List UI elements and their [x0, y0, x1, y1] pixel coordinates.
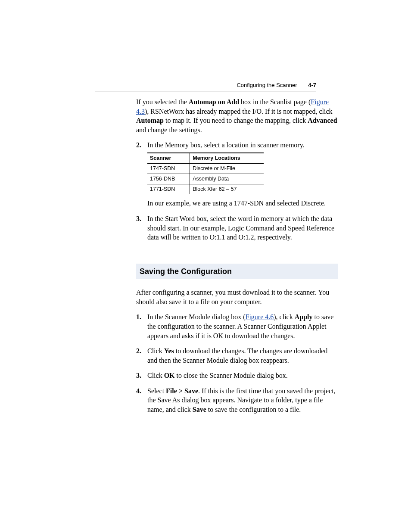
save-step-1: 1. In the Scanner Module dialog box (Fig…	[136, 312, 338, 340]
header-page-number: 4-7	[308, 82, 316, 88]
text: to map it. If you need to change the map…	[164, 117, 308, 124]
page: Configuring the Scanner 4-7 If you selec…	[0, 0, 411, 532]
table-row: 1771-SDN Block Xfer 62 – 57	[147, 184, 264, 194]
save-step-3: 3. Click OK to close the Scanner Module …	[136, 371, 338, 380]
text: ), RSNetWorx has already mapped the I/O.…	[145, 108, 332, 115]
text: Click	[147, 347, 164, 355]
step-3-text: In the Start Word box, select the word i…	[147, 214, 338, 242]
text: If you selected the	[136, 98, 189, 106]
save-step-3-text: Click OK to close the Scanner Module dia…	[147, 371, 338, 380]
automap-label: Automap	[136, 117, 164, 124]
cell-memory-location: Discrete or M-File	[190, 163, 264, 174]
section-body: After configuring a scanner, you must do…	[136, 288, 338, 414]
automap-on-add-label: Automap on Add	[189, 98, 239, 106]
text: In the Memory box, select a location in …	[147, 141, 305, 149]
text: In the Scanner Module dialog box (	[147, 313, 246, 320]
memory-locations-table-wrap: Scanner Memory Locations 1747-SDN Discre…	[147, 152, 264, 195]
memory-locations-table: Scanner Memory Locations 1747-SDN Discre…	[147, 152, 264, 195]
file-save-label: File > Save	[166, 387, 198, 395]
text: ), click	[274, 313, 294, 320]
list-number: 3.	[136, 371, 147, 380]
list-number: 2.	[136, 140, 147, 208]
step-2-body: In the Memory box, select a location in …	[147, 140, 338, 208]
save-step-1-text: In the Scanner Module dialog box (Figure…	[147, 312, 338, 340]
text: and change the settings.	[136, 126, 202, 134]
list-number: 4.	[136, 386, 147, 414]
step-2: 2. In the Memory box, select a location …	[136, 140, 338, 208]
table-row: 1756-DNB Assembly Data	[147, 174, 264, 184]
save-label: Save	[193, 406, 206, 413]
cell-memory-location: Block Xfer 62 – 57	[190, 184, 264, 194]
list-number: 2.	[136, 346, 147, 365]
text: Select	[147, 387, 166, 395]
section-heading-saving-configuration: Saving the Configuration	[136, 264, 338, 279]
cell-scanner: 1747-SDN	[147, 163, 190, 174]
list-number: 1.	[136, 312, 147, 340]
save-step-4: 4. Select File > Save. If this is the fi…	[136, 386, 338, 414]
advanced-label: Advanced	[308, 117, 337, 124]
table-header-memory-locations: Memory Locations	[190, 153, 264, 163]
cell-scanner: 1756-DNB	[147, 174, 190, 184]
body-content: If you selected the Automap on Add box i…	[136, 97, 338, 414]
ok-label: OK	[164, 372, 175, 379]
intro-paragraph: If you selected the Automap on Add box i…	[136, 97, 338, 134]
figure-4-6-link[interactable]: Figure 4.6	[246, 313, 274, 320]
text: to download the changes. The changes are…	[147, 347, 327, 364]
list-number: 3.	[136, 214, 147, 242]
table-header-scanner: Scanner	[147, 153, 190, 163]
text: Click	[147, 372, 164, 379]
save-step-2: 2. Click Yes to download the changes. Th…	[136, 346, 338, 365]
section-lead: After configuring a scanner, you must do…	[136, 288, 338, 306]
apply-label: Apply	[295, 313, 313, 320]
save-step-4-text: Select File > Save. If this is the first…	[147, 386, 338, 414]
step-3: 3. In the Start Word box, select the wor…	[136, 214, 338, 242]
cell-scanner: 1771-SDN	[147, 184, 190, 194]
text: box in the Scanlist page (	[239, 98, 311, 106]
table-row: 1747-SDN Discrete or M-File	[147, 163, 264, 174]
header-title: Configuring the Scanner	[237, 82, 297, 88]
cell-memory-location: Assembly Data	[190, 174, 264, 184]
table-note: In our example, we are using a 1747-SDN …	[147, 199, 338, 208]
text: to save the configuration to a file.	[206, 406, 301, 413]
save-step-2-text: Click Yes to download the changes. The c…	[147, 346, 338, 365]
page-header: Configuring the Scanner 4-7	[95, 82, 316, 91]
yes-label: Yes	[164, 347, 174, 355]
text: to close the Scanner Module dialog box.	[175, 372, 288, 379]
